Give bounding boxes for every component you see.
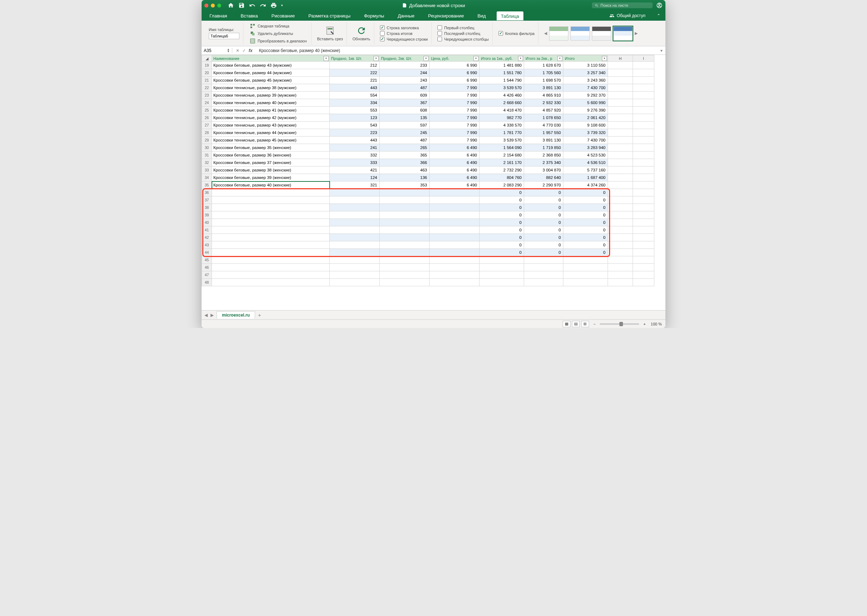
cell[interactable]: Кроссовки беговые, размер 38 (женские) (212, 167, 329, 174)
header-row-checkbox[interactable]: Строка заголовка (380, 25, 428, 30)
cell[interactable] (212, 196, 329, 204)
cell[interactable] (380, 189, 430, 196)
filter-icon[interactable]: ▾ (518, 56, 523, 61)
cell[interactable]: 3 739 320 (563, 129, 608, 137)
cell[interactable]: 4 418 470 (479, 107, 524, 114)
column-header-I[interactable]: I (633, 55, 654, 62)
cell[interactable]: 123 (329, 114, 380, 121)
cell[interactable] (380, 219, 430, 226)
cell[interactable]: 7 430 700 (563, 84, 608, 92)
cell[interactable]: 543 (329, 121, 380, 129)
row-header[interactable]: 43 (202, 241, 212, 249)
cell[interactable] (479, 256, 524, 264)
cell[interactable]: 3 257 340 (563, 69, 608, 77)
cell[interactable]: 1 719 850 (524, 144, 563, 151)
cell[interactable] (633, 151, 654, 159)
cell[interactable] (563, 279, 608, 286)
row-header[interactable]: 24 (202, 99, 212, 107)
table-style-2[interactable] (571, 27, 590, 41)
cell[interactable]: 212 (329, 62, 380, 69)
cell[interactable]: 321 (329, 181, 380, 189)
cell[interactable] (212, 271, 329, 279)
cell[interactable]: 0 (563, 234, 608, 241)
cell[interactable]: 2 668 660 (479, 99, 524, 107)
cell[interactable]: 1 698 570 (524, 77, 563, 84)
column-header-q1[interactable]: Продано, 1кв. Шт.▾ (329, 55, 380, 62)
cell[interactable] (608, 174, 633, 181)
sheet-nav-next-icon[interactable]: ▶ (211, 313, 214, 317)
cell[interactable] (380, 234, 430, 241)
cell[interactable] (524, 271, 563, 279)
cell[interactable] (633, 62, 654, 69)
cell[interactable] (524, 279, 563, 286)
cell[interactable]: 0 (563, 196, 608, 204)
cell[interactable] (212, 226, 329, 234)
column-header-H[interactable]: H (608, 55, 633, 62)
cell[interactable]: 6 990 (430, 62, 479, 69)
row-header[interactable]: 27 (202, 121, 212, 129)
cell[interactable] (608, 279, 633, 286)
cell[interactable]: 0 (479, 196, 524, 204)
cell[interactable] (633, 196, 654, 204)
cell[interactable]: 2 161 170 (479, 159, 524, 167)
cell[interactable] (430, 249, 479, 256)
cell[interactable] (633, 189, 654, 196)
table-style-4-selected[interactable] (613, 27, 632, 41)
cell[interactable] (329, 264, 380, 271)
cell[interactable]: 136 (380, 174, 430, 181)
cell[interactable]: 1 781 770 (479, 129, 524, 137)
cell[interactable] (608, 69, 633, 77)
cell[interactable] (633, 279, 654, 286)
cell[interactable] (380, 211, 430, 219)
banded-cols-checkbox[interactable]: Чередующиеся столбцы (437, 37, 489, 41)
accept-formula-icon[interactable]: ✓ (242, 48, 246, 53)
refresh-button[interactable]: Обновить (353, 26, 370, 41)
cell[interactable] (212, 279, 329, 286)
cell[interactable] (633, 144, 654, 151)
cell[interactable]: 3 891 130 (524, 84, 563, 92)
cell[interactable] (633, 264, 654, 271)
cell[interactable]: 0 (479, 241, 524, 249)
cell[interactable]: 0 (524, 219, 563, 226)
cell[interactable]: 6 490 (430, 144, 479, 151)
cell[interactable]: Кроссовки теннисные, размер 40 (мужские) (212, 99, 329, 107)
cell[interactable] (633, 234, 654, 241)
zoom-out-button[interactable]: − (593, 322, 596, 326)
cell[interactable] (212, 249, 329, 256)
cell[interactable]: 1 544 790 (479, 77, 524, 84)
cell[interactable]: 0 (524, 249, 563, 256)
cell[interactable]: 804 760 (479, 174, 524, 181)
cell[interactable] (430, 189, 479, 196)
cell[interactable]: 882 640 (524, 174, 563, 181)
cell[interactable]: 0 (479, 234, 524, 241)
cell[interactable] (430, 219, 479, 226)
row-header[interactable]: 38 (202, 204, 212, 211)
cell[interactable]: Кроссовки беговые, размер 45 (мужские) (212, 77, 329, 84)
row-header[interactable]: 40 (202, 219, 212, 226)
cell[interactable]: 6 490 (430, 167, 479, 174)
row-header[interactable]: 44 (202, 249, 212, 256)
cell[interactable]: 7 990 (430, 121, 479, 129)
fx-icon[interactable]: fx (249, 48, 252, 53)
cell[interactable] (479, 264, 524, 271)
cell[interactable]: 334 (329, 99, 380, 107)
sheet-nav-prev-icon[interactable]: ◀ (205, 313, 208, 317)
cell[interactable]: 6 990 (430, 77, 479, 84)
cell[interactable]: 3 539 570 (479, 84, 524, 92)
cell[interactable]: 1 564 090 (479, 144, 524, 151)
cell[interactable] (212, 234, 329, 241)
redo-icon[interactable] (260, 2, 266, 9)
cell[interactable]: 265 (380, 144, 430, 151)
cell[interactable] (329, 196, 380, 204)
cell[interactable]: 332 (329, 151, 380, 159)
table-name-input[interactable] (209, 33, 240, 39)
cell[interactable] (633, 241, 654, 249)
home-icon[interactable] (228, 2, 234, 9)
row-header[interactable]: 31 (202, 151, 212, 159)
print-icon[interactable] (270, 2, 277, 9)
cell[interactable]: 421 (329, 167, 380, 174)
cell[interactable]: 0 (524, 196, 563, 204)
cell[interactable]: 2 154 680 (479, 151, 524, 159)
row-header[interactable]: 28 (202, 129, 212, 137)
cell[interactable]: 609 (380, 92, 430, 99)
